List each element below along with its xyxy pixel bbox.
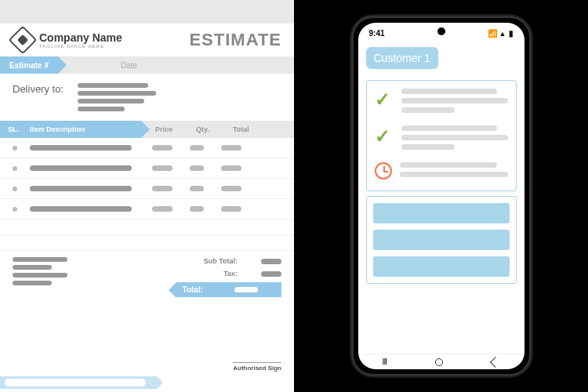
battery-icon: ▮: [509, 29, 514, 38]
list-item[interactable]: ✓: [375, 125, 508, 150]
home-button[interactable]: [435, 358, 443, 366]
notes-placeholder: [13, 257, 67, 285]
action-card: [366, 196, 517, 284]
phone-panel: 9:41 📶 ▲ ▮ Customer 1 ✓ ✓: [294, 0, 588, 392]
table-row: [0, 199, 294, 220]
document-title: ESTIMATE: [189, 30, 281, 50]
logo-block: Company Name TAGLINE SPACE HERE: [13, 30, 122, 50]
recents-button[interactable]: III: [383, 358, 387, 366]
table-row-empty: [0, 220, 294, 235]
android-nav-bar: III: [358, 354, 524, 369]
action-button[interactable]: [373, 203, 510, 223]
customer-chip[interactable]: Customer 1: [366, 47, 438, 69]
estimate-number-tab: Estimate #: [0, 56, 58, 74]
table-row: [0, 158, 294, 179]
phone-screen: 9:41 📶 ▲ ▮ Customer 1 ✓ ✓: [358, 23, 524, 369]
table-row: [0, 179, 294, 199]
list-item[interactable]: [375, 162, 508, 180]
table-header: SL. Item Description Price Qty. Total: [0, 121, 294, 138]
signature-label: Authorised Sign: [233, 362, 281, 372]
top-gray-bar: [0, 0, 294, 24]
action-button[interactable]: [373, 256, 510, 277]
time: 9:41: [369, 29, 385, 38]
delivery-label: Delivery to:: [13, 83, 64, 95]
meta-band: Estimate # Date: [0, 56, 294, 74]
table-row-empty: [0, 235, 294, 251]
total-band: Total:: [176, 282, 281, 297]
col-sl: SL.: [8, 125, 30, 133]
phone-frame: 9:41 📶 ▲ ▮ Customer 1 ✓ ✓: [351, 16, 532, 376]
tax-label: Tax:: [223, 270, 238, 278]
action-button[interactable]: [373, 230, 510, 250]
tagline: TAGLINE SPACE HERE: [39, 44, 122, 49]
wifi-icon: ▲: [499, 30, 506, 38]
col-price: Price: [155, 125, 172, 133]
list-item[interactable]: ✓: [375, 89, 508, 113]
check-icon: ✓: [375, 89, 394, 111]
col-qty: Qty.: [196, 125, 209, 133]
check-icon: ✓: [375, 125, 394, 147]
col-total: Total: [233, 125, 249, 133]
back-button[interactable]: [490, 356, 501, 367]
task-list-card: ✓ ✓: [366, 80, 517, 191]
delivery-section: Delivery to:: [0, 74, 294, 121]
company-name: Company Name: [39, 31, 122, 44]
status-icons: 📶 ▲ ▮: [488, 29, 514, 38]
address-placeholder: [78, 83, 156, 111]
subtotal-label: Sub Total:: [204, 257, 238, 265]
totals-block: Sub Total: Tax: Total:: [0, 251, 294, 297]
table-row: [0, 138, 294, 158]
signal-icon: 📶: [488, 29, 497, 38]
col-desc: Item Description: [30, 125, 141, 133]
clock-icon: [375, 162, 392, 180]
camera-notch: [437, 27, 445, 35]
footer-band: [0, 376, 157, 389]
estimate-document: Company Name TAGLINE SPACE HERE ESTIMATE…: [0, 0, 294, 392]
logo-icon: [9, 26, 38, 55]
date-label: Date: [121, 61, 137, 70]
document-header: Company Name TAGLINE SPACE HERE ESTIMATE: [0, 24, 294, 56]
